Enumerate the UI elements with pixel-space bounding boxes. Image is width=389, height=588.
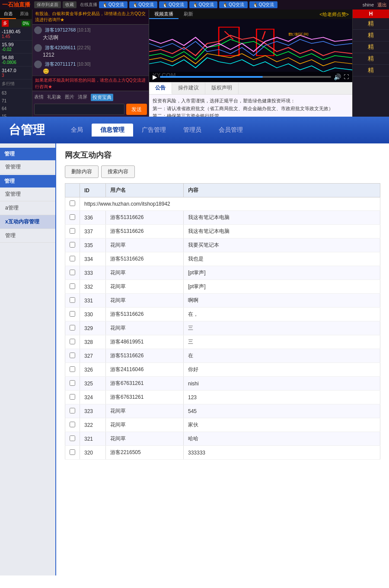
row-checkbox-1[interactable] [70,228,75,234]
emoji-button[interactable]: 表情 [34,94,44,101]
svg-text:数涨区间: 数涨区间 [288,32,308,36]
row-id-14: 323 [80,404,106,418]
row-checkbox-6[interactable] [70,297,75,303]
sidebar-item-guanli[interactable]: 管管理 [0,160,55,174]
video-tab-live[interactable]: 视频直播 [149,10,179,19]
ann-tab-notice[interactable]: 公告 [149,83,172,94]
play-icon[interactable]: ▶ [153,73,157,80]
qq-icon-2: 🐧 [133,3,138,7]
row-user-17: 游客2216505 [106,446,184,460]
row-checkbox-17[interactable] [70,449,75,455]
row-checkbox-9[interactable] [70,339,75,344]
rp-icon-4: 精 [354,55,388,63]
row-user-13: 游客67631261 [106,391,184,404]
qq-btn-5[interactable]: 🐧 QQ交流 [219,1,248,8]
video-tab-refresh[interactable]: 刷新 [179,10,198,19]
action-bar: 删除内容 搜索内容 [65,165,380,178]
row-checkbox-8[interactable] [70,325,75,331]
row-id-2: 335 [80,238,106,252]
rp-item-1: 精 [353,18,389,30]
row-checkbox-12[interactable] [70,380,75,386]
video-title: <给老师点赞> [316,10,352,19]
rp-item-4: 精 [353,53,389,65]
ann-tab-operation[interactable]: 操作建议 [172,83,205,94]
search-content-button[interactable]: 搜索内容 [101,165,135,178]
sidebar-title-2: 管理 [0,175,55,188]
url-row-checkbox[interactable] [70,200,75,206]
sidebar-title-1: 管理 [0,148,55,160]
delete-content-button[interactable]: 删除内容 [65,165,99,178]
admin-nav-global[interactable]: 全局 [62,124,92,137]
fullscreen-icon[interactable]: ⛶ [344,74,349,80]
stock-item-3[interactable]: 94.88 -0.0806 [0,54,32,67]
row-id-0: 336 [80,211,106,225]
clear-button[interactable]: 清屏 [78,94,87,101]
logout-button[interactable]: 退出 [377,2,387,8]
chat-message-2: 游客20711171 [10:30] 😊 [34,60,147,74]
chat-text-2: 😊 [43,68,147,74]
row-checkbox-15[interactable] [70,422,75,427]
video-progress[interactable] [160,76,331,78]
admin-nav-info[interactable]: 信息管理 [92,124,133,137]
row-checkbox-10[interactable] [70,353,75,358]
row-checkbox-4[interactable] [70,270,75,275]
row-checkbox-0[interactable] [70,214,75,220]
row-checkbox-13[interactable] [70,394,75,400]
row-checkbox-14[interactable] [70,408,75,413]
qq-icon-5: 🐧 [223,3,228,7]
stock-item-2[interactable]: 15.99 -0.02 [0,41,32,54]
row-checkbox-3[interactable] [70,256,75,261]
url-row: https://www.huzhan.com/itshop18942 [65,197,380,211]
announcement-content: 投资有风险，入市需谨慎，选择正规平台，塑造绿色健康投资环境： 第一：请认准省政府… [149,95,352,117]
save-desktop-button[interactable]: 保存到桌面 [34,1,61,8]
top-section: 一石油直播 保存到桌面 收藏 在线直播 🐧 QQ交流 🐧 QQ交流 🐧 QQ交流… [0,0,389,117]
chat-toolbar: 表情 礼彩象 图片 清屏 投资宝典 [34,93,147,102]
stock-price-1: -1180.45 [2,29,30,34]
admin-nav-members[interactable]: 会员管理 [210,124,252,137]
stock-item-4[interactable]: 3147.0 3 [0,67,32,79]
table-row-13: 324 游客67631261 123 [65,391,380,404]
sidebar-item-a[interactable]: a管理 [0,201,55,215]
qq-btn-2[interactable]: 🐧 QQ交流 [129,1,158,8]
announcement-area: 公告 操作建议 版权声明 投资有风险，入市需谨慎，选择正规平台，塑造绿色健康投资… [149,82,352,117]
chat-input[interactable] [34,104,124,115]
sidebar-item-room[interactable]: 室管理 [0,188,55,201]
chat-send-button[interactable]: 发送 [126,104,147,115]
qq-btn-3[interactable]: 🐧 QQ交流 [159,1,188,8]
stock-item-5[interactable]: 多行情 [0,79,32,89]
stock-tab-zixuan[interactable]: 自选 [0,10,16,19]
avatar-2 [34,60,42,68]
row-checkbox-11[interactable] [70,366,75,372]
admin-nav-ads[interactable]: 广告管理 [133,124,175,137]
qq-btn-6[interactable]: 🐧 QQ交流 [249,1,278,8]
rp-icon-3: 精 [354,43,388,51]
admin-nav-admin[interactable]: 管理员 [175,124,210,137]
qq-btn-1[interactable]: 🐧 QQ交流 [99,1,128,8]
row-checkbox-5[interactable] [70,283,75,289]
favorite-button[interactable]: 收藏 [63,1,77,8]
chat-message-0: 游客19712768 [10:13] 大话啊 [34,26,147,41]
video-controls: ▶ 🔊 ⛶ [149,72,352,82]
ann-tab-copyright[interactable]: 版权声明 [205,83,239,94]
chat-messages: 游客19712768 [10:13] 大话啊 游客42308611 [22:25… [32,25,149,76]
row-checkbox-7[interactable] [70,311,75,317]
sidebar-item-interactive[interactable]: x互动内容管理 [0,215,55,229]
invest-button[interactable]: 投资宝典 [91,94,113,101]
volume-icon[interactable]: 🔊 [334,73,341,80]
qq-icon-4: 🐧 [193,3,198,7]
row-id-12: 325 [80,377,106,391]
stock-item-1[interactable]: -1180.45 1.45 [0,28,32,41]
stock-change-3: -0.0806 [2,60,30,65]
image-button[interactable]: 图片 [65,94,74,101]
gift-button[interactable]: 礼彩象 [47,94,61,101]
rp-icon-2: 精 [354,32,388,39]
row-checkbox-16[interactable] [70,435,75,441]
admin-nav: 全局 信息管理 广告管理 管理员 会员管理 [62,124,252,137]
page-title: 网友互动内容 [65,150,380,160]
stock-change-2: -0.02 [2,47,30,52]
stock-tab-crude[interactable]: 原油 [16,10,32,19]
row-checkbox-2[interactable] [70,242,75,248]
qq-btn-4[interactable]: 🐧 QQ交流 [189,1,218,8]
chat-user-1: 游客42308611 [45,45,76,50]
sidebar-item-manage[interactable]: 管理 [0,229,55,243]
